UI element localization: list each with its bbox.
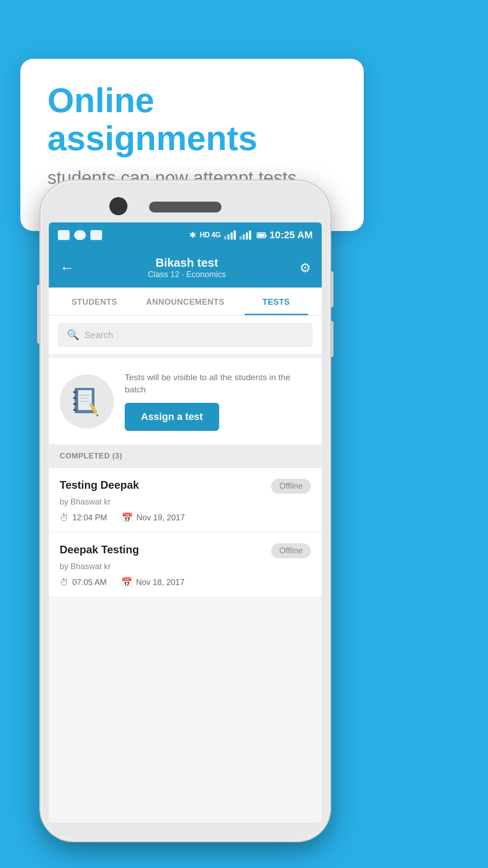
- status-time: 10:25 AM: [269, 229, 313, 241]
- clock-icon-1: ⏱: [60, 513, 69, 523]
- svg-rect-6: [80, 395, 90, 396]
- tabs-bar: STUDENTS ANNOUNCEMENTS TESTS: [49, 288, 322, 316]
- clock-icon-2: ⏱: [60, 577, 69, 588]
- bluetooth-icon: ✱: [189, 230, 196, 240]
- battery-icon: [257, 232, 266, 238]
- test-status-badge-2: Offline: [271, 543, 311, 558]
- completed-header: COMPLETED (3): [49, 444, 322, 468]
- phone-button-right: [330, 271, 333, 307]
- notebook-icon: [71, 386, 103, 417]
- svg-rect-2: [73, 397, 77, 399]
- divider-1: [49, 354, 322, 358]
- test-date-2: 📅 Nov 18, 2017: [121, 577, 184, 588]
- assign-right: Tests will be visible to all the student…: [125, 372, 311, 431]
- back-button[interactable]: ←: [60, 259, 74, 276]
- app-bar: ← Bikash test Class 12 · Economics ⚙: [49, 248, 322, 288]
- phone-speaker: [149, 202, 221, 212]
- status-right-info: ✱ HD 4G: [189, 229, 313, 241]
- signal-bars-2: [239, 231, 251, 240]
- status-app-icon-1: [58, 230, 70, 240]
- test-by-2: by Bhaswat kr: [60, 562, 311, 571]
- signal-bar-8: [249, 231, 251, 240]
- status-left-icons: [58, 230, 102, 240]
- assign-test-button[interactable]: Assign a test: [125, 403, 219, 431]
- svg-rect-1: [73, 391, 77, 393]
- test-time-value-2: 07:05 AM: [72, 578, 107, 587]
- signal-bar-5: [239, 236, 242, 240]
- svg-rect-7: [80, 398, 89, 399]
- test-meta-2: ⏱ 07:05 AM 📅 Nov 18, 2017: [60, 577, 311, 588]
- test-item-2: Deepak Testing Offline by Bhaswat kr ⏱ 0…: [49, 533, 322, 597]
- tab-students[interactable]: STUDENTS: [49, 288, 140, 315]
- assign-icon-circle: [60, 374, 114, 429]
- status-whatsapp-icon: [74, 230, 86, 240]
- test-name-2[interactable]: Deepak Testing: [60, 543, 139, 556]
- phone-screen: ✱ HD 4G: [49, 222, 322, 823]
- calendar-icon-1: 📅: [122, 512, 133, 523]
- search-icon: 🔍: [67, 329, 79, 341]
- phone-button-right2: [330, 321, 333, 357]
- test-time-1: ⏱ 12:04 PM: [60, 513, 107, 523]
- signal-bar-6: [243, 234, 245, 240]
- status-bar: ✱ HD 4G: [49, 222, 322, 248]
- svg-rect-3: [73, 403, 77, 405]
- test-item-1: Testing Deepak Offline by Bhaswat kr ⏱ 1…: [49, 468, 322, 533]
- signal-bar-7: [246, 232, 248, 240]
- tab-tests[interactable]: TESTS: [231, 288, 322, 315]
- status-app-icon-3: [90, 230, 102, 240]
- class-name: Bikash test: [148, 256, 226, 270]
- test-by-1: by Bhaswat kr: [60, 497, 311, 507]
- test-time-2: ⏱ 07:05 AM: [60, 577, 107, 588]
- test-item-2-top: Deepak Testing Offline: [60, 543, 311, 558]
- phone-device: ✱ HD 4G: [41, 181, 330, 841]
- signal-bar-1: [224, 236, 226, 240]
- signal-bar-2: [227, 234, 230, 240]
- phone-camera: [109, 197, 127, 215]
- signal-bars: [224, 231, 236, 240]
- settings-button[interactable]: ⚙: [300, 260, 311, 275]
- svg-rect-5: [78, 390, 92, 410]
- hd-badge: HD 4G: [200, 231, 221, 239]
- assign-desc: Tests will be visible to all the student…: [125, 372, 311, 396]
- app-bar-title-group: Bikash test Class 12 · Economics: [148, 256, 226, 279]
- assign-section: Tests will be visible to all the student…: [49, 358, 322, 444]
- svg-rect-4: [73, 409, 77, 411]
- svg-rect-8: [80, 401, 89, 402]
- test-item-1-top: Testing Deepak Offline: [60, 479, 311, 494]
- test-name-1[interactable]: Testing Deepak: [60, 479, 139, 491]
- search-placeholder: Search: [84, 330, 113, 340]
- phone-button-left: [37, 285, 41, 344]
- test-time-value-1: 12:04 PM: [72, 513, 107, 523]
- test-date-value-2: Nov 18, 2017: [136, 578, 184, 587]
- search-box[interactable]: 🔍 Search: [58, 323, 313, 347]
- bubble-title: Online assignments: [47, 81, 337, 157]
- search-container: 🔍 Search: [49, 316, 322, 354]
- tab-announcements[interactable]: ANNOUNCEMENTS: [140, 288, 230, 315]
- test-date-1: 📅 Nov 19, 2017: [122, 512, 185, 523]
- test-meta-1: ⏱ 12:04 PM 📅 Nov 19, 2017: [60, 512, 311, 523]
- test-date-value-1: Nov 19, 2017: [136, 513, 185, 523]
- signal-bar-3: [230, 232, 233, 240]
- signal-bar-4: [234, 231, 236, 240]
- calendar-icon-2: 📅: [121, 577, 132, 588]
- test-status-badge-1: Offline: [271, 479, 311, 494]
- class-subtitle: Class 12 · Economics: [148, 270, 226, 279]
